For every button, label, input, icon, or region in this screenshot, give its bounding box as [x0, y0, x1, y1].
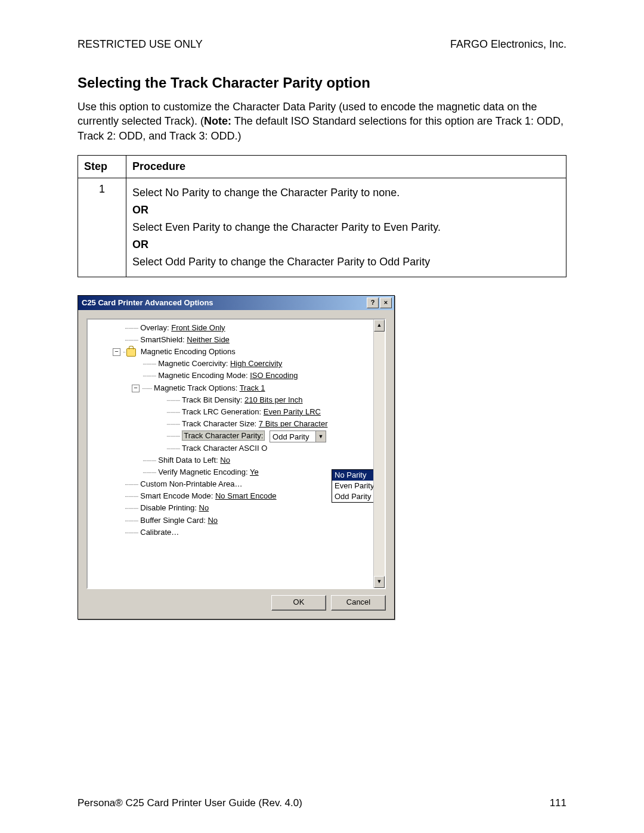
tree-item-char-parity[interactable]: ··········· Track Character Parity: Odd … [89, 430, 372, 442]
tree-item-magnetic-encoding[interactable]: −·· Magnetic Encoding Options [89, 346, 372, 358]
tree-item-encoding-mode[interactable]: ··········· Magnetic Encoding Mode: ISO … [89, 370, 372, 382]
scrollbar[interactable]: ▲ ▼ [373, 320, 385, 588]
page-number: 111 [550, 797, 566, 809]
tree-item-overlay[interactable]: ··········· Overlay: Front Side Only [89, 322, 372, 334]
tree-item-custom-area[interactable]: ··········· Custom Non-Printable Area… [89, 478, 372, 490]
collapse-icon[interactable]: − [132, 385, 140, 392]
proc-line-2: Select Even Parity to change the Charact… [132, 221, 560, 234]
close-button[interactable]: × [380, 298, 392, 308]
chevron-down-icon[interactable]: ▼ [315, 431, 326, 442]
procedure-table: Step Procedure 1 Select No Parity to cha… [78, 155, 566, 277]
scroll-up-button[interactable]: ▲ [374, 320, 385, 332]
scroll-down-button[interactable]: ▼ [374, 576, 385, 588]
tree-item-calibrate[interactable]: ··········· Calibrate… [89, 527, 372, 538]
intro-paragraph: Use this option to customize the Charact… [78, 100, 566, 143]
dropdown-opt-even-parity[interactable]: Even Parity [332, 481, 373, 491]
tree-item-smartshield[interactable]: ··········· SmartShield: Neither Side [89, 334, 372, 346]
char-parity-combo[interactable]: Odd Parity▼ [270, 431, 326, 442]
ok-button[interactable]: OK [271, 595, 326, 611]
tree-item-shift-data[interactable]: ··········· Shift Data to Left: No [89, 454, 372, 466]
cancel-button[interactable]: Cancel [331, 595, 386, 611]
tree-item-disable-printing[interactable]: ··········· Disable Printing: No [89, 502, 372, 514]
collapse-icon[interactable]: − [113, 348, 120, 356]
proc-or-1: OR [132, 204, 560, 216]
tree-item-track-options[interactable]: −········ Magnetic Track Options: Track … [89, 382, 372, 394]
header-right: FARGO Electronics, Inc. [450, 38, 566, 51]
proc-line-1: Select No Parity to change the Character… [132, 187, 560, 199]
step-number: 1 [78, 178, 126, 277]
selected-label: Track Character Parity: [182, 431, 265, 441]
intro-note-label: Note: [204, 115, 231, 127]
col-step: Step [78, 155, 126, 178]
dialog-titlebar[interactable]: C25 Card Printer Advanced Options ? × [78, 296, 394, 310]
header-left: RESTRICTED USE ONLY [78, 38, 203, 51]
col-procedure: Procedure [126, 155, 566, 178]
page-title: Selecting the Track Character Parity opt… [78, 75, 566, 91]
help-button[interactable]: ? [367, 298, 379, 308]
tree-view[interactable]: ··········· Overlay: Front Side Only ···… [86, 318, 386, 589]
proc-line-3: Select Odd Parity to change the Characte… [132, 256, 560, 268]
dropdown-opt-no-parity[interactable]: No Parity [332, 470, 373, 481]
tree-item-verify[interactable]: ··········· Verify Magnetic Encoding: Ye [89, 466, 372, 478]
tree-item-ascii-offset[interactable]: ··········· Track Character ASCII O [89, 442, 372, 454]
proc-or-2: OR [132, 239, 560, 251]
advanced-options-dialog: C25 Card Printer Advanced Options ? × ··… [78, 295, 395, 620]
tree-item-char-size[interactable]: ··········· Track Character Size: 7 Bits… [89, 418, 372, 430]
tree-item-smart-encode[interactable]: ··········· Smart Encode Mode: No Smart … [89, 490, 372, 502]
procedure-cell: Select No Parity to change the Character… [126, 178, 566, 277]
footer-left: Persona® C25 Card Printer User Guide (Re… [78, 797, 302, 809]
tree-item-bit-density[interactable]: ··········· Track Bit Density: 210 Bits … [89, 394, 372, 406]
dialog-title: C25 Card Printer Advanced Options [82, 298, 213, 307]
tree-item-coercivity[interactable]: ··········· Magnetic Coercivity: High Co… [89, 358, 372, 370]
tree-item-lrc[interactable]: ··········· Track LRC Generation: Even P… [89, 406, 372, 418]
lock-icon [126, 348, 136, 357]
dropdown-opt-odd-parity[interactable]: Odd Parity [332, 491, 373, 502]
char-parity-dropdown[interactable]: No Parity Even Parity Odd Parity [332, 469, 373, 503]
tree-item-buffer[interactable]: ··········· Buffer Single Card: No [89, 515, 372, 527]
